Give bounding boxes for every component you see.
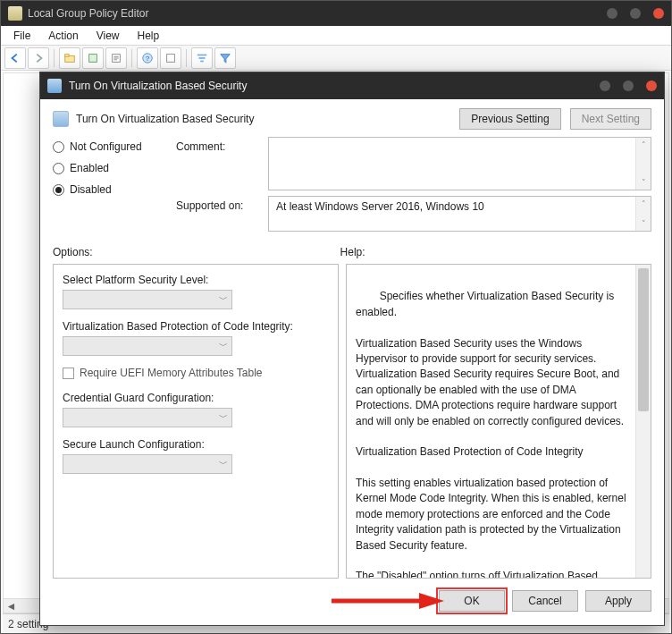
dialog-maximize-icon[interactable] — [623, 80, 634, 91]
radio-not-configured-label: Not Configured — [70, 140, 142, 153]
toolbar-refresh-icon[interactable] — [82, 47, 104, 69]
menu-view[interactable]: View — [88, 28, 129, 44]
bg-title-text: Local Group Policy Editor — [28, 7, 148, 20]
radio-disabled-label: Disabled — [70, 183, 112, 196]
next-setting-button: Next Setting — [570, 108, 651, 130]
help-text: Specifies whether Virtualization Based S… — [356, 290, 629, 579]
toolbar: ? — [1, 46, 671, 71]
comment-field[interactable]: ˄˅ — [268, 137, 651, 190]
toolbar-help-icon[interactable]: ? — [137, 47, 158, 69]
ok-button[interactable]: OK — [439, 590, 505, 612]
svg-marker-11 — [419, 593, 444, 609]
opt-credguard-label: Credential Guard Configuration: — [63, 392, 329, 404]
scroll-left-icon[interactable]: ◄ — [4, 599, 19, 613]
apply-button[interactable]: Apply — [585, 590, 651, 612]
supported-label: Supported on: — [176, 196, 261, 212]
chevron-down-icon: ﹀ — [219, 458, 228, 470]
scroll-up-icon[interactable]: ˄ — [636, 197, 651, 211]
svg-rect-1 — [65, 54, 69, 56]
options-section-label: Options: — [53, 246, 340, 258]
toolbar-back-icon[interactable] — [4, 47, 26, 69]
radio-enabled-label: Enabled — [70, 162, 109, 174]
chevron-down-icon: ﹀ — [219, 411, 228, 424]
opt-platform-security-label: Select Platform Security Level: — [63, 274, 329, 286]
radio-disabled[interactable]: Disabled — [53, 183, 169, 196]
close-icon[interactable] — [653, 8, 664, 19]
dialog-footer: OK Cancel Apply — [53, 586, 651, 616]
scroll-up-icon[interactable]: ˄ — [636, 138, 651, 152]
svg-rect-2 — [89, 54, 97, 62]
minimize-icon[interactable] — [607, 8, 617, 19]
menubar: File Action View Help — [1, 26, 671, 46]
comment-scrollbar[interactable]: ˄˅ — [635, 138, 651, 190]
supported-scrollbar[interactable]: ˄˅ — [635, 197, 651, 231]
opt-uefi-label: Require UEFI Memory Attributes Table — [80, 367, 263, 379]
opt-secure-launch-label: Secure Launch Configuration: — [63, 438, 329, 451]
cancel-button[interactable]: Cancel — [512, 590, 578, 612]
svg-text:?: ? — [146, 54, 150, 62]
menu-file[interactable]: File — [4, 28, 39, 44]
dialog-minimize-icon[interactable] — [600, 80, 610, 91]
svg-rect-7 — [197, 54, 207, 55]
policy-header: Turn On Virtualization Based Security — [53, 111, 450, 127]
policy-dialog: Turn On Virtualization Based Security Tu… — [39, 72, 665, 626]
policy-setting-icon — [47, 79, 62, 93]
scroll-down-icon[interactable]: ˅ — [636, 216, 651, 231]
checkbox-icon — [63, 368, 74, 379]
help-pane[interactable]: Specifies whether Virtualization Based S… — [346, 264, 651, 579]
help-section-label: Help: — [340, 246, 365, 258]
toolbar-export-icon[interactable] — [105, 47, 127, 69]
toolbar-filter-list-icon[interactable] — [191, 47, 213, 69]
chevron-down-icon: ﹀ — [219, 293, 228, 306]
policy-label: Turn On Virtualization Based Security — [76, 113, 254, 125]
toolbar-up-icon[interactable] — [59, 47, 80, 69]
help-scrollbar[interactable] — [635, 265, 651, 578]
svg-rect-9 — [200, 60, 204, 62]
menu-action[interactable]: Action — [39, 28, 87, 44]
options-pane: Select Platform Security Level: ﹀ Virtua… — [53, 264, 339, 579]
opt-credguard-combo[interactable]: ﹀ — [63, 408, 232, 427]
opt-vbp-ci-combo[interactable]: ﹀ — [63, 336, 232, 356]
dialog-title: Turn On Virtualization Based Security — [69, 80, 247, 92]
maximize-icon[interactable] — [630, 8, 641, 19]
toolbar-props-icon[interactable] — [160, 47, 181, 69]
previous-setting-button[interactable]: Previous Setting — [459, 108, 560, 130]
opt-platform-security-combo[interactable]: ﹀ — [63, 290, 232, 309]
supported-text: At least Windows Server 2016, Windows 10 — [276, 200, 484, 213]
svg-rect-6 — [167, 54, 175, 62]
dialog-titlebar[interactable]: Turn On Virtualization Based Security — [40, 72, 664, 99]
supported-field: At least Windows Server 2016, Windows 10… — [268, 196, 651, 232]
state-radio-group: Not Configured Enabled Disabled — [53, 137, 169, 196]
policy-icon — [53, 111, 69, 127]
toolbar-forward-icon[interactable] — [28, 47, 49, 69]
svg-rect-8 — [199, 57, 206, 59]
dialog-close-icon[interactable] — [646, 80, 657, 91]
bg-titlebar[interactable]: Local Group Policy Editor — [1, 1, 671, 26]
gpedit-icon — [8, 6, 22, 21]
radio-not-configured[interactable]: Not Configured — [53, 140, 169, 153]
chevron-down-icon: ﹀ — [219, 340, 228, 352]
menu-help[interactable]: Help — [129, 28, 169, 44]
opt-uefi-checkbox[interactable]: Require UEFI Memory Attributes Table — [63, 367, 329, 379]
radio-enabled[interactable]: Enabled — [53, 162, 169, 174]
scrollbar-thumb[interactable] — [638, 268, 649, 411]
toolbar-filter-icon[interactable] — [214, 47, 236, 69]
scroll-down-icon[interactable]: ˅ — [636, 175, 651, 190]
opt-secure-launch-combo[interactable]: ﹀ — [63, 454, 232, 474]
opt-vbp-ci-label: Virtualization Based Protection of Code … — [63, 320, 329, 333]
highlight-arrow-icon — [330, 591, 446, 613]
comment-label: Comment: — [176, 137, 261, 153]
